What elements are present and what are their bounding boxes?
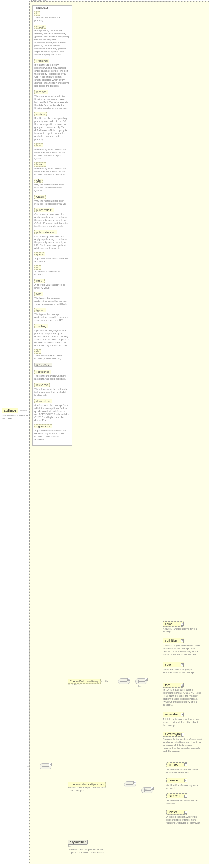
expand-icon[interactable]: + xyxy=(181,663,184,666)
attribute-dir[interactable]: dirThe directionality of textual content… xyxy=(34,349,70,360)
element-remoteInfo[interactable]: remoteInfo+A link to an item or a web re… xyxy=(163,712,202,727)
attribute-xml:lang[interactable]: xml:langSpecifies the language of this p… xyxy=(34,324,70,347)
element-name[interactable]: name+A natural language name for the con… xyxy=(163,621,202,633)
expand-icon[interactable]: + xyxy=(184,811,187,814)
element-sameAs[interactable]: sameAs+An identifier of a concept with e… xyxy=(166,762,205,774)
expand-icon[interactable]: + xyxy=(184,795,187,798)
crg-sequence[interactable]: − xyxy=(124,781,136,787)
minus-icon: − xyxy=(49,763,52,766)
attribute-how[interactable]: howIndicates by which means the value wa… xyxy=(34,143,70,160)
attribute-confidence[interactable]: confidenceThe confidence with which the … xyxy=(34,370,70,380)
attr-desc: A qualified code which identifies a conc… xyxy=(34,257,69,263)
attr-name-label: significance xyxy=(34,424,52,429)
ext-label: any ##other xyxy=(68,840,88,845)
element-desc: An identifier of a more specific concept… xyxy=(166,799,205,805)
expand-icon[interactable]: + xyxy=(184,779,187,782)
attribute-custom[interactable]: customIf set to true the corresponding p… xyxy=(34,112,70,141)
collapse-icon[interactable]: − xyxy=(34,7,37,9)
element-hierarchyInfo[interactable]: hierarchyInfo+Represents the position of… xyxy=(163,732,202,753)
attribute-typeuri[interactable]: typeuriThe type of the concept assigned … xyxy=(34,308,70,322)
group-concept-definition[interactable]: ConceptDefinitionGroup xyxy=(68,679,101,684)
attr-desc: Indicates by which means the value was e… xyxy=(34,148,69,160)
root-element[interactable]: audience An intended audience for the co… xyxy=(2,408,29,420)
element-desc: In NAR 1.8 and later, facet is deprecate… xyxy=(163,688,202,707)
attr-name-label: pubconstrainturi xyxy=(34,230,57,234)
element-desc: A link to an item or a web resource whic… xyxy=(163,718,202,727)
minus-icon: − xyxy=(128,678,130,681)
element-label: note+ xyxy=(163,662,184,667)
minus-icon: − xyxy=(151,787,153,790)
expand-icon[interactable]: + xyxy=(181,713,184,716)
attr-desc: Why the metadata has been included - exp… xyxy=(34,199,69,206)
attribute-any_other[interactable]: any ##other xyxy=(34,363,70,367)
element-label: sameAs+ xyxy=(166,762,187,767)
attributes-title: attributes xyxy=(37,6,48,9)
attribute-uri[interactable]: uriA URI which identifies a concept. xyxy=(34,266,70,276)
attr-name-label: id xyxy=(34,11,40,16)
attribute-howuri[interactable]: howuriIndicates by which means the value… xyxy=(34,162,70,176)
attribute-pubconstraint[interactable]: pubconstraintOne or many constraints tha… xyxy=(34,208,70,228)
element-definition[interactable]: definition+A natural language definition… xyxy=(163,638,202,656)
attribute-type[interactable]: typeThe type of the concept assigned as … xyxy=(34,292,70,306)
cdg-choice[interactable]: − xyxy=(135,678,147,684)
element-label: facet+ xyxy=(163,683,184,688)
expand-icon[interactable]: + xyxy=(181,623,184,626)
attr-name-label: dir xyxy=(34,349,41,353)
attr-desc: A free-text value assigned as property v… xyxy=(34,283,69,289)
cardinality: 0..∞ xyxy=(144,788,147,790)
attr-desc: If the attribute is empty, specifies whi… xyxy=(34,64,69,88)
attribute-pubconstrainturi[interactable]: pubconstrainturiOne or many constraints … xyxy=(34,230,70,250)
attr-name-label: creatoruri xyxy=(34,59,49,63)
element-desc: A related concept, where the relationshi… xyxy=(166,815,205,825)
attr-name-label: uri xyxy=(34,266,41,270)
extension-any-other[interactable]: any ##other 0..∞ Extension point for pro… xyxy=(68,840,107,854)
attribute-significance[interactable]: significanceA qualifier which indicates … xyxy=(34,424,70,441)
attribute-creatoruri[interactable]: creatoruriIf the attribute is empty, spe… xyxy=(34,59,70,88)
attribute-whyuri[interactable]: whyuriWhy the metadata has been included… xyxy=(34,195,70,206)
element-desc: Additional natural language information … xyxy=(163,668,202,674)
element-related[interactable]: related+A related concept, where the rel… xyxy=(166,810,205,825)
attr-desc: A URI which identifies a concept. xyxy=(34,270,69,276)
attribute-relevance[interactable]: relevanceThe relevance of the metadata t… xyxy=(34,383,70,397)
attr-desc: One or many constraints that apply to pu… xyxy=(34,235,69,250)
expand-icon[interactable]: + xyxy=(181,640,184,642)
element-label: definition+ xyxy=(163,638,184,643)
attr-desc: The type of the concept assigned as cont… xyxy=(34,297,69,306)
attribute-creator[interactable]: creatorIf the property value is not defi… xyxy=(34,25,70,56)
sequence-compositor[interactable]: − xyxy=(39,764,51,769)
attribute-why[interactable]: whyWhy the metadata has been included - … xyxy=(34,179,70,192)
expand-icon[interactable]: + xyxy=(181,733,184,736)
element-desc: A natural language name for the concept. xyxy=(163,627,202,633)
element-label: hierarchyInfo+ xyxy=(163,732,184,737)
element-facet[interactable]: facet+In NAR 1.8 and later, facet is dep… xyxy=(163,683,202,707)
group-concept-relationships[interactable]: ConceptRelationshipsGroup xyxy=(68,782,106,787)
element-note[interactable]: note+Additional natural language informa… xyxy=(163,662,202,674)
attr-desc: Indicates by which means the value was e… xyxy=(34,167,69,176)
cdg-sequence[interactable]: − xyxy=(118,678,130,684)
attr-name-label: howuri xyxy=(34,162,46,166)
element-broader[interactable]: broader+An identifier of a more generic … xyxy=(166,778,205,790)
attribute-literal[interactable]: literalA free-text value assigned as pro… xyxy=(34,279,70,289)
attr-name-label: confidence xyxy=(34,370,51,374)
attr-name-label: any ##other xyxy=(34,363,52,367)
attr-desc: A qualifier which indicates the expected… xyxy=(34,429,69,441)
attribute-modified[interactable]: modifiedThe date (and, optionally, the t… xyxy=(34,90,70,110)
element-label: remoteInfo+ xyxy=(163,712,184,717)
attr-desc: The type of the concept assigned as cont… xyxy=(34,313,69,322)
attr-name-label: custom xyxy=(34,112,47,116)
expand-icon[interactable]: + xyxy=(184,764,187,767)
attr-name-label: derivedfrom xyxy=(34,399,52,403)
element-label: broader+ xyxy=(166,778,187,783)
attributes-header[interactable]: − attributes xyxy=(33,6,72,10)
element-desc: A natural language definition of the sem… xyxy=(163,644,202,656)
attr-name-label: modified xyxy=(34,90,48,94)
attr-desc: The local identifier of the property. xyxy=(34,16,69,22)
element-narrower[interactable]: narrower+An identifier of a more specifi… xyxy=(166,794,205,805)
attr-name-label: whyuri xyxy=(34,195,46,199)
attribute-qcode[interactable]: qcodeA qualified code which identifies a… xyxy=(34,252,70,263)
attr-desc: The directionality of textual content (e… xyxy=(34,354,69,360)
attribute-id[interactable]: idThe local identifier of the property. xyxy=(34,11,70,22)
expand-icon[interactable]: + xyxy=(181,684,184,687)
attribute-derivedfrom[interactable]: derivedfromA reference to the concept fr… xyxy=(34,399,70,422)
attr-desc: The relevance of the metadata to the new… xyxy=(34,388,69,397)
